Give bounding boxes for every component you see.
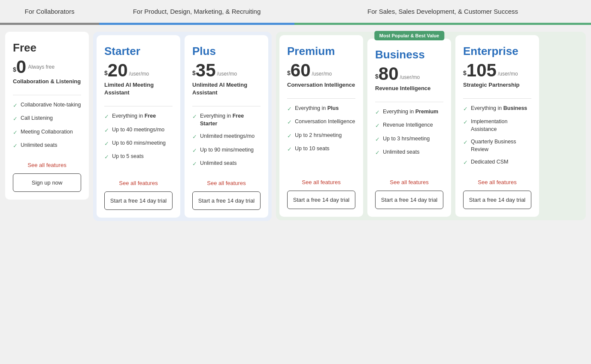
section-sales: Premium $ 60 /user/mo Conversation Intel… <box>276 32 586 220</box>
check-icon: ✓ <box>13 102 18 109</box>
plan-card-free: Free $ 0 Always free Collaboration & Lis… <box>5 32 89 200</box>
plan-card-starter: Starter $ 20 /user/mo Limited AI Meeting… <box>97 35 180 218</box>
price-row-starter: $ 20 /user/mo <box>104 61 173 79</box>
check-icon: ✓ <box>192 113 197 121</box>
divider-enterprise <box>463 98 531 99</box>
feature-item: ✓ Collaborative Note-taking <box>13 101 81 109</box>
price-suffix-enterprise: /user/mo <box>498 71 518 77</box>
divider-business <box>375 102 443 102</box>
check-icon: ✓ <box>375 122 380 130</box>
check-icon: ✓ <box>463 139 468 146</box>
divider-premium <box>287 98 355 99</box>
see-all-link-business[interactable]: See all features <box>375 179 443 185</box>
see-all-link-plus[interactable]: See all features <box>192 180 261 186</box>
feature-item: ✓ Dedicated CSM <box>463 158 531 167</box>
price-amount-starter: 20 <box>108 61 128 79</box>
price-amount-premium: 60 <box>291 61 311 79</box>
cta-button-business[interactable]: Start a free 14 day trial <box>375 191 443 209</box>
plan-name-enterprise: Enterprise <box>463 45 531 58</box>
feature-item: ✓ Unlimited meetings/mo <box>192 133 261 141</box>
feature-item: ✓ Up to 90 mins/meeting <box>192 146 261 155</box>
check-icon: ✓ <box>192 160 197 168</box>
feature-item: ✓ Everything in Business <box>463 105 531 113</box>
plan-tagline-plus: Unlimited AI Meeting Assistant <box>192 81 261 97</box>
category-product: For Product, Design, Marketing, & Recrui… <box>99 0 294 23</box>
color-bars <box>0 23 591 25</box>
check-icon: ✓ <box>287 132 292 140</box>
check-icon: ✓ <box>104 113 109 121</box>
feature-item: ✓ Everything in Plus <box>287 105 355 113</box>
price-suffix-starter: /user/mo <box>129 71 149 77</box>
check-icon: ✓ <box>13 115 18 123</box>
plan-name-premium: Premium <box>287 45 355 58</box>
see-all-link-enterprise[interactable]: See all features <box>463 179 531 185</box>
bar-product <box>99 23 294 25</box>
see-all-link-premium[interactable]: See all features <box>287 179 355 185</box>
features-list-business: ✓ Everything in Premium ✓ Revenue Intell… <box>375 108 443 172</box>
see-all-link-free[interactable]: See all features <box>13 162 81 168</box>
feature-item: ✓ Quarterly Business Review <box>463 138 531 153</box>
feature-item: ✓ Everything in Free <box>104 112 173 121</box>
features-list-plus: ✓ Everything in Free Starter ✓ Unlimited… <box>192 112 261 173</box>
cta-button-premium[interactable]: Start a free 14 day trial <box>287 191 355 209</box>
plan-card-premium: Premium $ 60 /user/mo Conversation Intel… <box>279 35 363 217</box>
feature-item: ✓ Unlimited seats <box>192 160 261 168</box>
features-list-free: ✓ Collaborative Note-taking ✓ Call Liste… <box>13 101 81 155</box>
feature-item: ✓ Conversation Intelligence <box>287 118 355 126</box>
check-icon: ✓ <box>192 147 197 155</box>
check-icon: ✓ <box>104 140 109 148</box>
features-list-premium: ✓ Everything in Plus ✓ Conversation Inte… <box>287 105 355 172</box>
feature-item: ✓ Up to 40 meetings/mo <box>104 126 173 134</box>
plan-tagline-enterprise: Strategic Partnership <box>463 81 531 89</box>
plan-card-enterprise: Enterprise $ 105 /user/mo Strategic Part… <box>455 35 539 217</box>
check-icon: ✓ <box>463 118 468 126</box>
see-all-link-starter[interactable]: See all features <box>104 180 173 186</box>
plan-card-business: Most Popular & Best Value Business $ 80 … <box>367 39 451 217</box>
check-icon: ✓ <box>375 149 380 157</box>
feature-item: ✓ Up to 10 seats <box>287 145 355 153</box>
feature-item: ✓ Up to 60 mins/meeting <box>104 140 173 148</box>
plan-name-starter: Starter <box>104 45 173 58</box>
feature-item: ✓ Meeting Collaboration <box>13 128 81 136</box>
features-list-enterprise: ✓ Everything in Business ✓ Implementatio… <box>463 105 531 172</box>
check-icon: ✓ <box>13 142 18 150</box>
price-row-free: $ 0 Always free <box>13 58 81 76</box>
feature-item: ✓ Unlimited seats <box>375 149 443 157</box>
check-icon: ✓ <box>104 127 109 134</box>
check-icon: ✓ <box>287 118 292 126</box>
feature-item: ✓ Up to 5 seats <box>104 153 173 161</box>
cta-button-plus[interactable]: Start a free 14 day trial <box>192 191 261 210</box>
plan-card-plus: Plus $ 35 /user/mo Unlimited AI Meeting … <box>185 35 268 218</box>
price-row-business: $ 80 /user/mo <box>375 65 443 83</box>
price-amount-free: 0 <box>16 58 26 76</box>
plan-name-business: Business <box>375 48 443 61</box>
feature-item: ✓ Up to 3 hrs/meeting <box>375 135 443 143</box>
check-icon: ✓ <box>463 105 468 113</box>
feature-item: ✓ Implementation Assistance <box>463 118 531 133</box>
plan-tagline-business: Revenue Intelligence <box>375 85 443 92</box>
check-icon: ✓ <box>375 109 380 116</box>
check-icon: ✓ <box>287 105 292 113</box>
feature-item: ✓ Up to 2 hrs/meeting <box>287 132 355 140</box>
price-suffix-business: /user/mo <box>400 74 420 80</box>
plan-name-free: Free <box>13 41 81 55</box>
divider-starter <box>104 106 173 106</box>
price-label-free: Always free <box>28 64 55 70</box>
plan-tagline-premium: Conversation Intelligence <box>287 81 355 89</box>
price-row-premium: $ 60 /user/mo <box>287 61 355 79</box>
cta-button-starter[interactable]: Start a free 14 day trial <box>104 191 173 210</box>
bar-collaborators <box>0 23 99 25</box>
check-icon: ✓ <box>104 153 109 161</box>
category-headers: For Collaborators For Product, Design, M… <box>0 0 591 23</box>
divider-plus <box>192 106 261 106</box>
price-row-plus: $ 35 /user/mo <box>192 61 261 79</box>
plan-tagline-free: Collaboration & Listening <box>13 78 81 85</box>
cta-button-free[interactable]: Sign up now <box>13 173 81 192</box>
check-icon: ✓ <box>287 146 292 153</box>
check-icon: ✓ <box>192 133 197 141</box>
category-sales: For Sales, Sales Development, & Customer… <box>294 0 591 23</box>
feature-item: ✓ Unlimited seats <box>13 142 81 150</box>
feature-item: ✓ Call Listening <box>13 115 81 123</box>
divider-free <box>13 95 81 95</box>
cta-button-enterprise[interactable]: Start a free 14 day trial <box>463 191 531 209</box>
